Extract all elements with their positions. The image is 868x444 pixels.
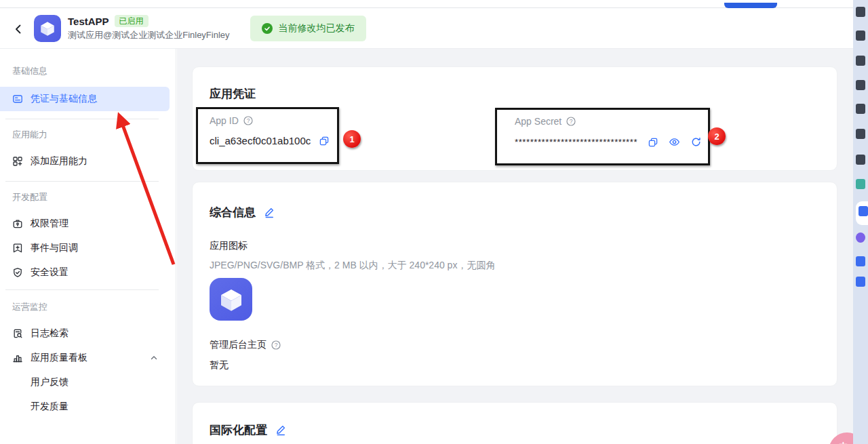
app-icon-preview[interactable]: [210, 278, 252, 321]
sidebar-item-label: 添加应用能力: [31, 155, 87, 167]
sidebar-divider: [5, 119, 159, 119]
document-search-icon: [12, 328, 23, 339]
dock-icon[interactable]: [856, 80, 865, 90]
app-secret-block: App Secret ? ***************************…: [515, 116, 702, 148]
dock-icon[interactable]: [856, 31, 865, 41]
credentials-card-title: 应用凭证: [210, 86, 256, 102]
back-chevron-icon: [13, 23, 24, 34]
sidebar-item-security[interactable]: 安全设置: [0, 260, 176, 285]
browser-top-strip: [0, 0, 868, 8]
svg-text:?: ?: [275, 342, 278, 348]
sidebar-item-label: 权限管理: [31, 218, 68, 230]
dock-icon[interactable]: [856, 233, 865, 243]
edit-pencil-icon[interactable]: [275, 424, 287, 436]
sidebar-divider: [5, 181, 159, 182]
copy-icon[interactable]: [319, 136, 330, 146]
publish-status-banner: 当前修改均已发布: [250, 16, 366, 41]
sidebar-group-dev-config: 开发配置: [0, 191, 176, 203]
sidebar-item-label: 事件与回调: [31, 242, 78, 254]
app-icon-hint: JPEG/PNG/SVG/BMP 格式，2 MB 以内，大于 240*240 p…: [210, 260, 495, 272]
app-id-value: cli_a63ecf0c01ab100c: [210, 135, 311, 146]
sidebar-divider: [5, 289, 159, 290]
svg-text:?: ?: [570, 118, 573, 125]
dock-icon[interactable]: [856, 155, 865, 165]
admin-home-value: 暂无: [210, 359, 229, 371]
sidebar-item-label: 应用质量看板: [31, 352, 87, 364]
edit-pencil-icon[interactable]: [264, 207, 275, 218]
sidebar-item-add-capability[interactable]: 添加应用能力: [0, 149, 176, 174]
credentials-card: 应用凭证 App ID ? cli_a63ecf0c01ab100c App S…: [192, 66, 837, 171]
sidebar-item-credentials[interactable]: 凭证与基础信息: [0, 87, 170, 111]
app-icon-label: 应用图标: [210, 240, 248, 252]
sidebar-item-label: 凭证与基础信息: [31, 93, 97, 105]
shield-check-icon: [12, 267, 23, 278]
dock-icon[interactable]: [856, 56, 865, 66]
sidebar-item-label: 安全设置: [31, 266, 68, 279]
help-circle-icon[interactable]: ?: [566, 116, 576, 127]
app-header: TestAPP 已启用 测试应用@测试企业测试企业FinleyFinley 当前…: [0, 8, 868, 49]
sidebar-item-label: 开发质量: [31, 401, 68, 413]
dock-icon[interactable]: [856, 277, 865, 287]
annotation-badge-1: 1: [343, 130, 361, 148]
apps-add-icon: [12, 156, 23, 167]
dock-icon[interactable]: [856, 7, 865, 17]
publish-status-text: 当前修改均已发布: [279, 22, 355, 35]
help-circle-icon[interactable]: ?: [243, 115, 254, 126]
partial-primary-button[interactable]: [724, 3, 777, 8]
app-avatar: [34, 15, 61, 42]
help-circle-icon[interactable]: ?: [271, 340, 281, 350]
id-card-icon: [12, 94, 23, 104]
dock-icon[interactable]: [856, 256, 865, 266]
general-card-title: 综合信息: [210, 205, 256, 220]
annotation-badge-2: 2: [708, 127, 726, 145]
sidebar-item-quality-dashboard[interactable]: 应用质量看板: [0, 346, 176, 370]
sidebar-item-permissions[interactable]: 权限管理: [0, 211, 176, 236]
cube-icon: [218, 286, 245, 313]
copy-icon[interactable]: [648, 137, 658, 148]
sidebar-item-label: 日志检索: [31, 327, 68, 340]
app-id-label: App ID: [210, 115, 239, 126]
translate-fab-label: 中: [839, 441, 848, 444]
status-badge: 已启用: [115, 15, 149, 27]
sidebar-item-dev-quality[interactable]: 开发质量: [0, 395, 176, 419]
sidebar-group-basic-info: 基础信息: [0, 65, 176, 77]
cube-icon: [39, 20, 56, 37]
general-info-card: 综合信息 应用图标 JPEG/PNG/SVG/BMP 格式，2 MB 以内，大于…: [192, 182, 837, 386]
dock-icon[interactable]: [856, 179, 865, 189]
dock-icon[interactable]: [856, 129, 865, 139]
back-button[interactable]: [8, 18, 28, 39]
check-circle-icon: [262, 23, 273, 34]
dock-icon[interactable]: [856, 104, 865, 114]
right-dock-strip: [853, 0, 868, 444]
bar-chart-icon: [12, 352, 23, 363]
app-id-block: App ID ? cli_a63ecf0c01ab100c: [210, 115, 330, 146]
i18n-card-title: 国际化配置: [210, 422, 267, 438]
sidebar-item-events[interactable]: 事件与回调: [0, 236, 176, 260]
bookmark-plus-icon: [12, 243, 23, 254]
app-secret-label: App Secret: [515, 116, 561, 127]
dock-icon[interactable]: [859, 206, 868, 216]
sidebar: 基础信息 凭证与基础信息 应用能力 添加应用能力 开发配置 权限管理 事件与回调…: [0, 49, 176, 444]
sidebar-item-user-feedback[interactable]: 用户反馈: [0, 370, 176, 395]
sidebar-group-capabilities: 应用能力: [0, 129, 176, 141]
app-title: TestAPP: [68, 16, 109, 27]
admin-home-label: 管理后台主页: [210, 339, 267, 351]
svg-text:?: ?: [246, 117, 250, 124]
i18n-card: 国际化配置: [192, 402, 837, 444]
app-secret-value: ********************************: [515, 137, 637, 147]
chevron-up-icon[interactable]: [150, 354, 158, 362]
sidebar-item-label: 用户反馈: [31, 376, 68, 388]
sidebar-group-ops-monitor: 运营监控: [0, 301, 176, 313]
lock-box-icon: [12, 218, 23, 229]
eye-icon[interactable]: [669, 136, 680, 148]
sidebar-item-log-search[interactable]: 日志检索: [0, 321, 176, 346]
app-subtitle: 测试应用@测试企业测试企业FinleyFinley: [68, 29, 230, 41]
refresh-icon[interactable]: [690, 136, 702, 148]
